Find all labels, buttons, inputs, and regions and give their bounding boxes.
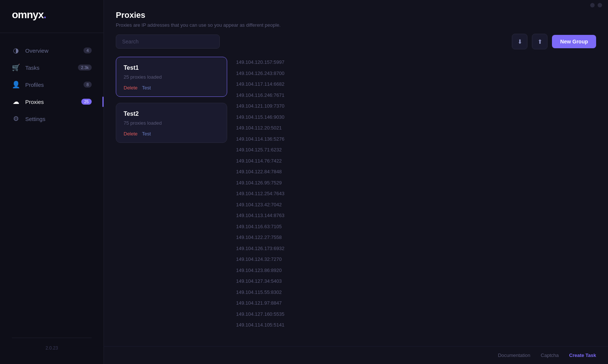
- profiles-icon: 👤: [12, 81, 20, 89]
- sidebar-item-label: Settings: [25, 116, 45, 122]
- window-controls: [590, 3, 602, 7]
- captcha-link[interactable]: Captcha: [541, 352, 559, 358]
- export-icon: ⬆: [537, 38, 542, 45]
- logo-text: omnyx: [12, 9, 43, 20]
- page-title: Proxies: [116, 10, 596, 20]
- proxy-entry: 149.104.114.105:5141: [236, 319, 595, 331]
- proxy-list-panel: 149.104.120.157:5997149.104.126.243:8700…: [236, 57, 596, 346]
- sidebar-item-label: Overview: [25, 47, 49, 54]
- search-input[interactable]: [116, 35, 220, 49]
- group-count-test2: 75 proxies loaded: [124, 120, 219, 126]
- proxy-entry: 149.104.122.27:7558: [236, 232, 595, 243]
- proxy-entry: 149.104.113.144:8763: [236, 210, 595, 221]
- sidebar-item-label: Profiles: [25, 82, 44, 88]
- sidebar: omnyx. ◑ Overview 4 🛒 Tasks 2.3k 👤 Profi…: [0, 0, 104, 364]
- proxy-entry: 149.104.114.76:7422: [236, 155, 595, 167]
- group-actions-test1: Delete Test: [124, 85, 219, 91]
- nav-items: ◑ Overview 4 🛒 Tasks 2.3k 👤 Profiles 8 ☁…: [0, 33, 104, 335]
- sidebar-item-label: Tasks: [25, 65, 39, 71]
- delete-button-test1[interactable]: Delete: [124, 85, 138, 91]
- content-area: Test1 25 proxies loaded Delete Test Test…: [104, 57, 608, 346]
- import-icon: ⬇: [517, 38, 522, 45]
- proxy-entry: 149.104.116.246:7671: [236, 90, 595, 101]
- proxy-entry: 149.104.112.20:5021: [236, 122, 595, 134]
- proxy-entry: 149.104.115.146:9030: [236, 112, 595, 123]
- test-button-test2[interactable]: Test: [142, 131, 151, 137]
- import-button[interactable]: ⬇: [512, 34, 527, 49]
- logo: omnyx.: [12, 9, 92, 21]
- nav-badge-tasks: 2.3k: [78, 65, 92, 70]
- proxy-entry: 149.104.123.86:8920: [236, 265, 595, 276]
- proxy-entry: 149.104.121.109:7370: [236, 101, 595, 112]
- proxy-entry: 149.104.126.243:8700: [236, 68, 595, 79]
- sidebar-item-proxies[interactable]: ☁ Proxies 25: [0, 93, 104, 110]
- tasks-icon: 🛒: [12, 63, 20, 72]
- sidebar-item-tasks[interactable]: 🛒 Tasks 2.3k: [0, 59, 104, 76]
- groups-panel: Test1 25 proxies loaded Delete Test Test…: [116, 57, 227, 346]
- minimize-btn[interactable]: [590, 3, 595, 7]
- overview-icon: ◑: [12, 46, 20, 55]
- sidebar-version: 2.0.23: [0, 341, 104, 355]
- sidebar-item-profiles[interactable]: 👤 Profiles 8: [0, 76, 104, 93]
- proxy-entry: 149.104.123.42:7042: [236, 199, 595, 210]
- proxy-entry: 149.104.116.63:7105: [236, 221, 595, 232]
- logo-dot: .: [43, 9, 46, 20]
- delete-button-test2[interactable]: Delete: [124, 131, 138, 137]
- documentation-link[interactable]: Documentation: [498, 352, 530, 358]
- proxy-entry: 149.104.120.157:5997: [236, 57, 595, 68]
- test-button-test1[interactable]: Test: [142, 85, 151, 91]
- proxy-entry: 149.104.117.114:6682: [236, 79, 595, 90]
- page-header: Proxies Proxies are IP addresses that yo…: [104, 0, 608, 34]
- nav-badge-profiles: 8: [84, 82, 92, 88]
- proxy-entry: 149.104.114.136:5276: [236, 134, 595, 145]
- group-count-test1: 25 proxies loaded: [124, 74, 219, 80]
- create-task-link[interactable]: Create Task: [569, 352, 596, 358]
- group-name-test2: Test2: [124, 111, 219, 117]
- group-actions-test2: Delete Test: [124, 131, 219, 137]
- main-content: Proxies Proxies are IP addresses that yo…: [104, 0, 608, 364]
- proxy-entry: 149.104.121.97:8847: [236, 298, 595, 309]
- proxy-entry: 149.104.125.71:6232: [236, 144, 595, 155]
- logo-area: omnyx.: [0, 9, 104, 33]
- settings-icon: ⚙: [12, 115, 20, 123]
- proxy-entry: 149.104.112.254:7643: [236, 188, 595, 199]
- export-button[interactable]: ⬆: [532, 34, 547, 49]
- proxy-entry: 149.104.126.173:6932: [236, 243, 595, 254]
- proxy-entry: 149.104.127.34:5403: [236, 276, 595, 287]
- group-card-test2[interactable]: Test2 75 proxies loaded Delete Test: [116, 103, 227, 143]
- proxies-icon: ☁: [12, 98, 20, 106]
- close-btn[interactable]: [598, 3, 602, 7]
- sidebar-item-overview[interactable]: ◑ Overview 4: [0, 42, 104, 59]
- group-name-test1: Test1: [124, 65, 219, 71]
- sidebar-divider: [12, 338, 92, 338]
- sidebar-item-settings[interactable]: ⚙ Settings: [0, 110, 104, 127]
- toolbar: ⬇ ⬆ New Group: [104, 34, 608, 57]
- proxy-entry: 149.104.126.95:7529: [236, 177, 595, 188]
- footer: Documentation Captcha Create Task: [104, 346, 608, 364]
- proxy-entry: 149.104.127.160:5535: [236, 309, 595, 320]
- proxy-entry: 149.104.124.32:7270: [236, 254, 595, 265]
- sidebar-item-label: Proxies: [25, 99, 44, 105]
- nav-badge-overview: 4: [84, 47, 92, 53]
- page-subtitle: Proxies are IP addresses that you can us…: [116, 22, 596, 28]
- proxy-entry: 149.104.115.55:8302: [236, 287, 595, 298]
- new-group-button[interactable]: New Group: [552, 35, 596, 48]
- proxy-entry: 149.104.122.84:7848: [236, 166, 595, 177]
- nav-badge-proxies: 25: [81, 99, 92, 105]
- group-card-test1[interactable]: Test1 25 proxies loaded Delete Test: [116, 57, 227, 97]
